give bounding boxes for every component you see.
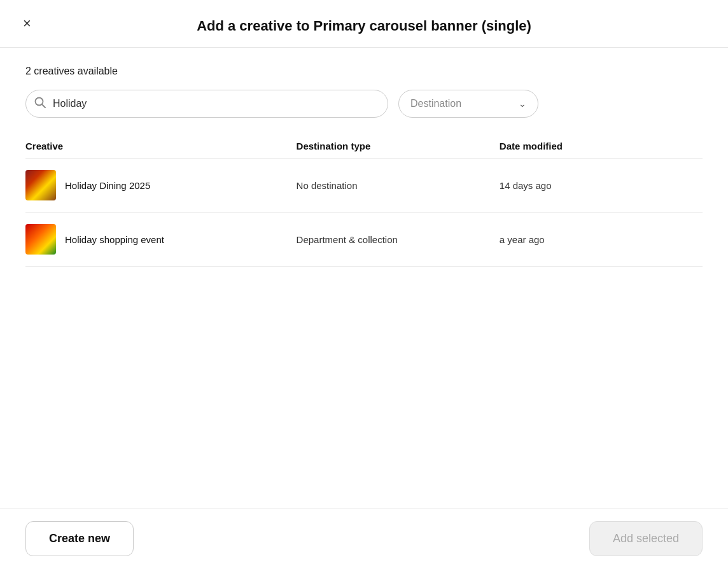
- col-header-creative: Creative: [25, 141, 297, 151]
- destination-dropdown[interactable]: Destination ⌄: [398, 90, 538, 118]
- search-container: [25, 90, 388, 118]
- table-row[interactable]: Holiday shopping event Department & coll…: [25, 213, 703, 267]
- creative-cell: Holiday shopping event: [25, 224, 297, 255]
- destination-label: Destination: [410, 98, 461, 109]
- search-input[interactable]: [25, 90, 388, 118]
- modal-header: × Add a creative to Primary carousel ban…: [0, 0, 728, 48]
- date-modified-cell: a year ago: [500, 234, 703, 245]
- destination-type-cell: Department & collection: [297, 234, 500, 245]
- close-button[interactable]: ×: [20, 14, 34, 33]
- modal-body: 2 creatives available Destination ⌄ Crea…: [0, 48, 728, 508]
- filters-row: Destination ⌄: [25, 90, 703, 118]
- create-new-button[interactable]: Create new: [25, 521, 134, 556]
- modal-container: × Add a creative to Primary carousel ban…: [0, 0, 728, 574]
- add-selected-button[interactable]: Add selected: [589, 521, 703, 556]
- destination-type-cell: No destination: [297, 180, 500, 191]
- creative-name: Holiday shopping event: [65, 234, 164, 245]
- table-header: Creative Destination type Date modified: [25, 136, 703, 158]
- chevron-down-icon: ⌄: [519, 99, 526, 109]
- creative-name: Holiday Dining 2025: [65, 180, 150, 191]
- modal-footer: Create new Add selected: [0, 508, 728, 574]
- date-modified-cell: 14 days ago: [500, 180, 703, 191]
- creatives-count: 2 creatives available: [25, 66, 703, 77]
- creative-thumbnail: [25, 170, 56, 200]
- modal-title: Add a creative to Primary carousel banne…: [197, 18, 531, 34]
- table-row[interactable]: Holiday Dining 2025 No destination 14 da…: [25, 158, 703, 213]
- creative-cell: Holiday Dining 2025: [25, 170, 297, 200]
- col-header-destination-type: Destination type: [297, 141, 500, 151]
- creative-thumbnail: [25, 224, 56, 255]
- col-header-date-modified: Date modified: [500, 141, 703, 151]
